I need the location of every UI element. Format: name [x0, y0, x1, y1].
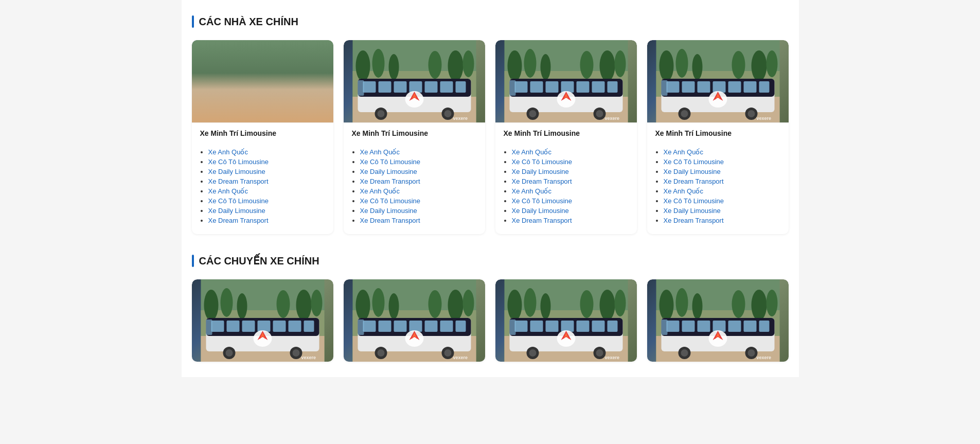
svg-text:vexere: vexere	[604, 116, 619, 121]
svg-point-86	[732, 51, 745, 79]
list-item: Xe Cô Tô Limousine	[208, 157, 325, 166]
svg-point-30	[372, 49, 384, 78]
bus-scene-1: vexere	[192, 40, 333, 122]
svg-rect-66	[530, 81, 543, 93]
list-item: Xe Dream Transport	[360, 216, 477, 224]
list-link[interactable]: Xe Daily Limousine	[208, 168, 265, 175]
list-link[interactable]: Xe Anh Quốc	[512, 148, 551, 156]
list-link[interactable]: Xe Dream Transport	[512, 217, 572, 224]
svg-rect-146	[363, 321, 376, 332]
svg-text:vexere: vexere	[301, 116, 316, 121]
svg-point-60	[599, 50, 615, 81]
svg-text:vexere: vexere	[453, 355, 468, 360]
list-link[interactable]: Xe Anh Quốc	[664, 148, 703, 156]
list-item: Xe Dream Transport	[208, 177, 325, 185]
list-item: Xe Anh Quốc	[360, 148, 477, 156]
svg-point-113	[276, 290, 290, 318]
list-link[interactable]: Xe Cô Tô Limousine	[360, 158, 421, 166]
list-link[interactable]: Xe Daily Limousine	[208, 207, 265, 215]
svg-rect-12	[226, 81, 239, 93]
list-link[interactable]: Xe Anh Quốc	[360, 187, 400, 195]
list-link[interactable]: Xe Daily Limousine	[360, 168, 417, 175]
list-link[interactable]: Xe Cô Tô Limousine	[360, 197, 421, 205]
svg-point-185	[529, 349, 536, 357]
svg-rect-125	[304, 321, 314, 332]
card-2-title: Xe Minh Trí Limousine	[344, 122, 485, 144]
svg-point-2	[204, 50, 218, 81]
svg-rect-1	[201, 71, 324, 122]
svg-point-137	[355, 290, 370, 321]
list-link[interactable]: Xe Dream Transport	[360, 177, 420, 185]
svg-point-195	[751, 290, 767, 321]
list-link[interactable]: Xe Dream Transport	[512, 177, 572, 185]
svg-point-212	[681, 349, 688, 357]
list-item: Xe Anh Quốc	[664, 187, 780, 195]
svg-point-165	[524, 288, 536, 317]
svg-rect-10	[206, 79, 319, 97]
list-link[interactable]: Xe Daily Limousine	[664, 168, 721, 175]
list-item: Xe Dream Transport	[512, 177, 629, 185]
list-link[interactable]: Xe Cô Tô Limousine	[208, 197, 269, 205]
bus-svg-3: vexere	[495, 40, 637, 122]
svg-point-160	[444, 349, 451, 357]
list-link[interactable]: Xe Anh Quốc	[208, 148, 248, 156]
svg-point-133	[292, 349, 299, 357]
list-link[interactable]: Xe Daily Limousine	[664, 207, 721, 215]
list-link[interactable]: Xe Daily Limousine	[360, 207, 417, 215]
svg-point-106	[747, 110, 755, 117]
svg-rect-173	[514, 321, 527, 332]
list-link[interactable]: Xe Cô Tô Limousine	[208, 158, 269, 166]
list-link[interactable]: Xe Cô Tô Limousine	[512, 158, 573, 166]
svg-rect-8	[201, 97, 324, 122]
svg-point-23	[225, 110, 233, 117]
svg-rect-150	[424, 321, 437, 332]
list-item: Xe Cô Tô Limousine	[512, 197, 629, 205]
svg-rect-43	[440, 81, 453, 93]
svg-rect-41	[409, 81, 422, 93]
svg-point-191	[659, 290, 673, 321]
svg-rect-207	[661, 319, 667, 335]
svg-rect-151	[440, 321, 453, 332]
svg-rect-16	[288, 81, 301, 93]
list-link[interactable]: Xe Dream Transport	[664, 177, 724, 185]
list-link[interactable]: Xe Anh Quốc	[664, 187, 703, 195]
list-link[interactable]: Xe Anh Quốc	[512, 187, 551, 195]
list-link[interactable]: Xe Anh Quốc	[208, 187, 248, 195]
svg-point-33	[448, 50, 463, 81]
svg-rect-122	[257, 321, 270, 332]
nha-xe-card-3: vexere Xe Minh Trí Limousine Xe Anh Quốc…	[495, 40, 637, 234]
list-link[interactable]: Xe Cô Tô Limousine	[664, 158, 724, 166]
chuyen-xe-title: CÁC CHUYẾN XE CHÍNH	[192, 255, 789, 267]
bus-svg-b3: vexere	[495, 279, 637, 362]
list-item: Xe Dream Transport	[360, 177, 477, 185]
nha-xe-grid: vexere Xe Minh Trí Limousine Xe Anh Quốc…	[192, 40, 789, 234]
svg-point-112	[237, 293, 247, 319]
list-link[interactable]: Xe Dream Transport	[664, 217, 724, 224]
list-link[interactable]: Xe Cô Tô Limousine	[512, 197, 573, 205]
list-link[interactable]: Xe Dream Transport	[208, 217, 269, 224]
svg-rect-123	[273, 321, 286, 332]
chuyen-xe-card-2: vexere	[344, 279, 485, 362]
svg-rect-205	[743, 321, 756, 332]
svg-rect-15	[273, 81, 286, 93]
list-link[interactable]: Xe Dream Transport	[208, 177, 269, 185]
card-4-title: Xe Minh Trí Limousine	[647, 122, 789, 144]
card-4-list: Xe Anh Quốc Xe Cô Tô Limousine Xe Daily …	[647, 144, 789, 234]
bus-svg-b1: vexere	[192, 279, 333, 362]
svg-point-141	[448, 290, 463, 321]
list-link[interactable]: Xe Daily Limousine	[512, 168, 569, 175]
card-1-image: vexere	[192, 40, 333, 122]
list-item: Xe Daily Limousine	[664, 167, 780, 175]
svg-rect-152	[455, 321, 466, 332]
svg-point-139	[388, 293, 399, 319]
list-link[interactable]: Xe Dream Transport	[360, 217, 420, 224]
svg-point-115	[311, 290, 322, 316]
list-link[interactable]: Xe Cô Tô Limousine	[664, 197, 724, 205]
svg-rect-95	[712, 81, 725, 93]
list-item: Xe Daily Limousine	[512, 206, 629, 215]
svg-rect-39	[378, 81, 391, 93]
svg-point-83	[659, 50, 673, 81]
list-link[interactable]: Xe Daily Limousine	[512, 207, 569, 215]
list-item: Xe Anh Quốc	[360, 187, 477, 195]
list-link[interactable]: Xe Anh Quốc	[360, 148, 400, 156]
